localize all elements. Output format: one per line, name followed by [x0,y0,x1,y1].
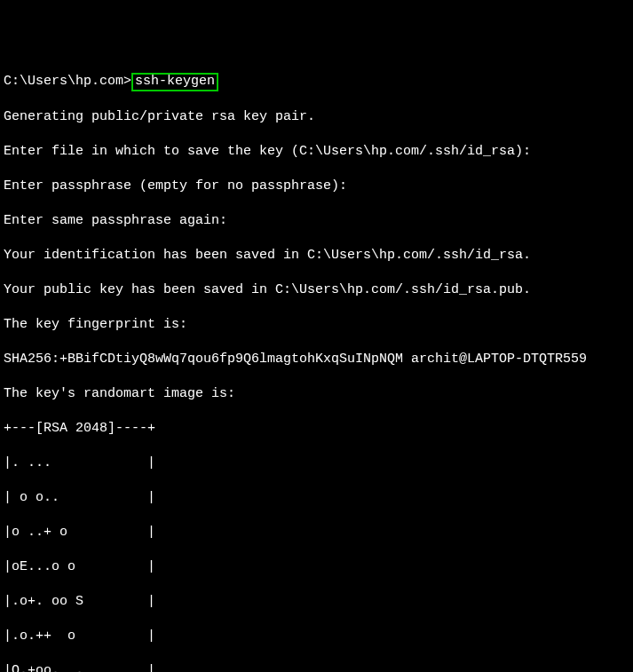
prompt-line-1: C:\Users\hp.com>ssh-keygen [4,73,629,91]
randomart-line: | o o.. | [4,489,629,507]
randomart-line: |oE...o o | [4,558,629,576]
output-line: Generating public/private rsa key pair. [4,108,629,126]
randomart-line: |.o.++ o | [4,628,629,645]
output-line: SHA256:+BBifCDtiyQ8wWq7qou6fp9Q6lmagtohK… [4,351,629,368]
randomart-line: |.o+. oo S | [4,593,629,611]
output-line: Your identification has been saved in C:… [4,247,629,265]
command-highlight: ssh-keygen [131,73,218,91]
output-line: The key's randomart image is: [4,385,629,403]
randomart-line: |. ... | [4,455,629,472]
output-line: Enter file in which to save the key (C:\… [4,143,629,161]
prompt-prefix: C:\Users\hp.com> [4,74,131,89]
output-line: The key fingerprint is: [4,316,629,334]
randomart-line: +---[RSA 2048]----+ [4,420,629,438]
randomart-line: |o ..+ o | [4,524,629,542]
randomart-line: |O.+oo. . | [4,662,629,672]
output-line: Your public key has been saved in C:\Use… [4,281,629,299]
output-line: Enter same passphrase again: [4,212,629,230]
output-line: Enter passphrase (empty for no passphras… [4,178,629,195]
